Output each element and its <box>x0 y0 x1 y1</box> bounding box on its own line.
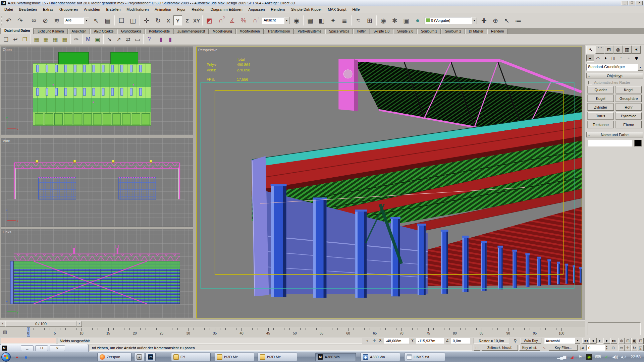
open-file-icon[interactable]: ❐ <box>20 35 30 44</box>
volume-icon[interactable]: ◀)) <box>612 354 618 360</box>
select-and-move-icon[interactable]: ✛ <box>141 15 152 26</box>
input-device-icon[interactable]: ⌨ <box>595 354 601 360</box>
axis-constraint-x[interactable]: X <box>164 15 173 25</box>
objecttype-kegel-button[interactable]: Kegel <box>616 86 642 93</box>
frame-spinner[interactable]: ▴ ▾ <box>605 345 608 351</box>
close-button[interactable]: ✕ <box>636 1 643 5</box>
display-tab[interactable]: ▥ <box>623 46 632 54</box>
menu-reaktor[interactable]: Reaktor <box>189 6 208 13</box>
minimize-button[interactable]: ▁ <box>621 1 628 5</box>
tab-aec-objekte[interactable]: AEC Objekte <box>90 29 117 34</box>
viewport-front[interactable]: Vorn <box>1 138 193 227</box>
chevron-down-icon[interactable]: ▼ <box>84 17 89 24</box>
viewport-top[interactable]: Oben x y <box>1 47 193 135</box>
menu-max-script[interactable]: MAX Script <box>325 6 349 13</box>
select-and-link-icon[interactable]: ∞ <box>28 15 40 26</box>
tab-helfer[interactable]: Helfer <box>353 29 370 34</box>
align-icon[interactable]: ✦ <box>327 15 339 26</box>
go-to-end-button[interactable]: ▶▶| <box>610 338 617 344</box>
viewport-perspective[interactable]: Perspektive Total Polys:490.864 Verts:27… <box>196 47 582 318</box>
tab-di-master[interactable]: DI Master <box>465 29 487 34</box>
quicklaunch-ie-icon[interactable]: e <box>22 353 30 361</box>
merge-icon[interactable]: ⇄ <box>123 35 133 44</box>
snap-toggle-icon[interactable]: ∩3 <box>215 15 226 26</box>
absolute-mode-icon[interactable]: ✛ <box>371 338 378 344</box>
objecttype-rohr-button[interactable]: Rohr <box>616 104 642 111</box>
start-button[interactable] <box>1 352 11 362</box>
menu-extras[interactable]: Extras <box>40 6 56 13</box>
select-object-icon[interactable]: ↖ <box>91 15 102 26</box>
blank-page-icon[interactable]: ▭ <box>133 35 142 44</box>
reference-book-icon[interactable]: ▮ <box>166 35 175 44</box>
selection-set-dropdown[interactable]: Auswahl ▼ <box>544 338 580 344</box>
percent-snap-icon[interactable]: % <box>238 15 249 26</box>
toolbar-handle[interactable] <box>1 15 2 26</box>
axis-constraint-z[interactable]: Z <box>183 15 192 25</box>
add-time-tag-button[interactable]: Zeitmark. hinzuf. <box>482 345 518 351</box>
pan-icon[interactable]: ✛ <box>625 345 631 351</box>
save-as-icon[interactable]: ▦ <box>41 35 51 44</box>
geometry-category[interactable]: ● <box>586 55 594 62</box>
time-configuration-icon[interactable]: ⊙ <box>610 345 616 351</box>
menu-diagramm-editoren[interactable]: Diagramm Editoren <box>208 6 246 13</box>
render-setup-icon[interactable]: ✱ <box>389 15 400 26</box>
zoom-all-icon[interactable]: ⊞ <box>625 338 631 344</box>
tutorials-icon[interactable]: ▮ <box>156 35 166 44</box>
bind-to-spacewarp-icon[interactable]: ≋ <box>51 15 62 26</box>
taskbar-button-photoshop[interactable]: Ps <box>146 353 156 361</box>
key-filter-button[interactable]: Key-Filter... <box>549 345 578 351</box>
y-coord-field[interactable]: -115,937m <box>416 338 444 344</box>
autogrid-checkbox[interactable] <box>588 81 592 84</box>
z-coord-field[interactable]: 0,0m <box>451 338 470 344</box>
export-icon[interactable]: ↗ <box>114 35 123 44</box>
mini-listener-icon[interactable]: ▤ <box>1 328 9 336</box>
help-icon[interactable]: ? <box>145 35 154 44</box>
chevron-down-icon[interactable]: ▼ <box>575 338 580 344</box>
named-selection-sets-icon[interactable]: ▦ <box>305 15 316 26</box>
select-and-rotate-icon[interactable]: ↻ <box>152 15 164 26</box>
asset-tracking-icon[interactable]: M <box>84 35 93 44</box>
curve-editor-icon[interactable]: ≈ <box>353 15 364 26</box>
objecttype-zylinder-button[interactable]: Zylinder <box>588 104 614 111</box>
utilities-tab[interactable]: ✶ <box>632 46 641 54</box>
menu-skripte-dirk-kipper[interactable]: Skripte Dirk Kipper <box>288 6 325 13</box>
hierarchy-tab[interactable]: ⊞ <box>604 46 613 54</box>
layer-manager-icon[interactable]: ≣ <box>339 15 350 26</box>
menu-ansichten[interactable]: Ansichten <box>81 6 103 13</box>
tab-grundobjekte[interactable]: Grundobjekte <box>117 29 145 34</box>
time-slider-thumb[interactable]: 0 / 100 <box>5 321 76 327</box>
frame-back-arrow[interactable]: ‹ <box>0 321 5 327</box>
lights-category[interactable]: ✦ <box>602 55 609 62</box>
minimized-child-window[interactable]: M ▁❐✕ <box>0 344 89 352</box>
mini-close-button[interactable]: ✕ <box>50 345 65 351</box>
menu-figur[interactable]: Figur <box>174 6 189 13</box>
tab-rendern[interactable]: Rendern <box>487 29 507 34</box>
namecolor-rollout-header[interactable]: - Name und Farbe <box>586 132 643 137</box>
subcategory-dropdown[interactable]: Standard-Grundkörper ▼ <box>586 64 643 71</box>
maxscript-mini-listener[interactable] <box>1 338 56 344</box>
mirror-icon[interactable]: ◧ <box>316 15 327 26</box>
spinner-down-icon[interactable]: ▾ <box>605 348 608 350</box>
window-crossing-icon[interactable]: ◫ <box>127 15 139 26</box>
selection-lock-icon[interactable]: ⚬ <box>364 338 370 344</box>
import-icon[interactable]: ↘ <box>105 35 114 44</box>
tab-datei-und-daten[interactable]: Datei und Daten <box>1 28 34 34</box>
go-to-start-button[interactable]: |◀◀ <box>582 338 589 344</box>
viewport-left[interactable]: Links <box>1 229 193 318</box>
menu-anpassen[interactable]: Anpassen <box>246 6 268 13</box>
zoom-region-icon[interactable]: ▭ <box>619 345 625 351</box>
objecttype-teekanne-button[interactable]: Teekanne <box>588 121 614 128</box>
selection-filter-dropdown[interactable]: Alle▼ <box>64 17 89 24</box>
menu-rendern[interactable]: Rendern <box>268 6 288 13</box>
spinner-up-icon[interactable]: ▴ <box>605 345 608 348</box>
zoom-extents-icon[interactable]: ▣ <box>631 338 637 344</box>
frame-forward-arrow[interactable]: › <box>76 321 82 327</box>
helpers-category[interactable]: ∴ <box>617 55 625 62</box>
taskbar-button-a380-wa-[interactable]: ◈A380 Wa... <box>361 353 400 361</box>
menu-animation[interactable]: Animation <box>152 6 174 13</box>
tab-partikelsysteme[interactable]: Partikelsysteme <box>294 29 325 34</box>
set-key-button[interactable]: Key einst. <box>519 345 540 351</box>
pin-stack-icon[interactable]: ✑ <box>72 35 81 44</box>
tab-soulburn-1[interactable]: Soulburn 1 <box>417 29 441 34</box>
isolate-cube-icon[interactable]: □ <box>474 345 480 351</box>
